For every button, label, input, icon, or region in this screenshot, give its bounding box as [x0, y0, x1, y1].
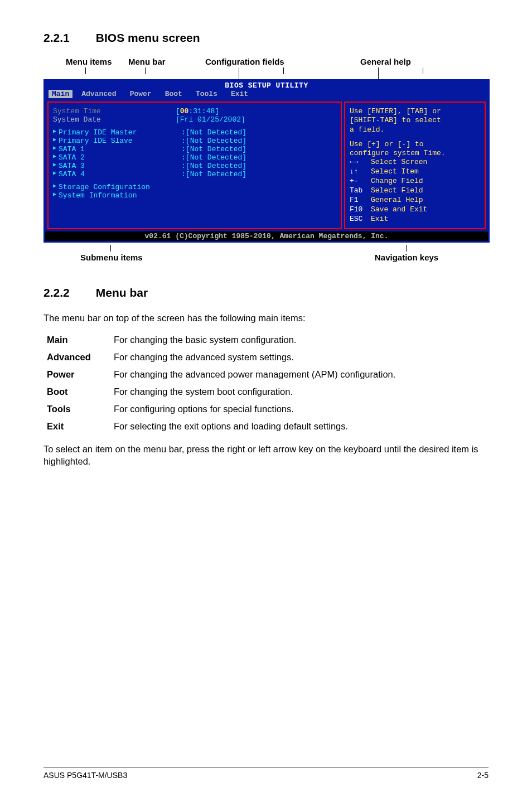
row-system-date[interactable]: System Date [Fri 01/25/2002]: [53, 115, 336, 124]
callout-tick: [145, 67, 146, 74]
nav-label: Exit: [371, 215, 388, 223]
menu-desc: For changing the advanced system setting…: [114, 349, 402, 366]
label: SATA 1: [59, 145, 181, 153]
footer-product: ASUS P5G41T-M/USB3: [43, 771, 127, 780]
label: System Information: [59, 191, 181, 200]
nav-label: General Help: [371, 196, 423, 204]
label: Primary IDE Master: [59, 128, 181, 137]
value: :[Not Detected]: [181, 137, 246, 145]
menu-desc: For configuring options for special func…: [114, 400, 402, 418]
bios-screen: BIOS SETUP UTILITY Main Advanced Power B…: [43, 79, 490, 243]
row-sata-1[interactable]: SATA 1 :[Not Detected]: [53, 145, 336, 153]
time-hh: 00: [180, 107, 189, 115]
row-storage-config[interactable]: Storage Configuration: [53, 183, 336, 191]
menu-name: Tools: [47, 400, 114, 418]
callout-tick: [423, 67, 423, 74]
nav-key: F10: [350, 205, 371, 215]
table-row: ToolsFor configuring options for special…: [47, 400, 402, 418]
nav-keys-block: ←→Select Screen ↓↑Select Item +-Change F…: [350, 158, 480, 224]
bracket-open: [: [176, 107, 180, 115]
label: Storage Configuration: [59, 183, 181, 191]
value-system-date: [Fri 01/25/2002]: [176, 115, 245, 124]
section-heading-222: 2.2.2 Menu bar: [43, 286, 489, 299]
nav-label: Select Item: [371, 167, 419, 176]
nav-label: Select Field: [371, 186, 423, 195]
menu-name: Main: [47, 331, 114, 349]
section-title: Menu bar: [96, 286, 148, 299]
callout-row-top: Menu items Menu bar Configuration fields…: [43, 57, 489, 79]
section-title: BIOS menu screen: [96, 31, 200, 44]
row-primary-ide-master[interactable]: Primary IDE Master :[Not Detected]: [53, 128, 336, 137]
help-line: Use [+] or [-] to: [350, 140, 480, 149]
label: SATA 2: [59, 153, 181, 162]
table-row: MainFor changing the basic system config…: [47, 331, 402, 349]
callout-row-bottom: Submenu items Navigation keys: [43, 245, 489, 273]
callout-config-fields: Configuration fields: [205, 57, 284, 66]
label: SATA 4: [59, 170, 181, 178]
row-system-info[interactable]: System Information: [53, 191, 336, 200]
nav-key: ←→: [350, 158, 371, 167]
table-row: BootFor changing the system boot configu…: [47, 383, 402, 400]
label-system-time: System Time: [53, 107, 176, 115]
help-line: configure system Time.: [350, 149, 480, 158]
help-line: Use [ENTER], [TAB] or: [350, 107, 480, 116]
menu-name: Exit: [47, 418, 114, 435]
section2-outro: To select an item on the menu bar, press…: [43, 443, 489, 468]
callout-menu-bar: Menu bar: [128, 57, 166, 66]
tab-boot[interactable]: Boot: [158, 90, 189, 98]
callout-navigation-keys: Navigation keys: [375, 253, 438, 262]
tab-tools[interactable]: Tools: [189, 90, 224, 98]
callout-general-help: General help: [360, 57, 411, 66]
menu-desc: For changing the system boot configurati…: [114, 383, 402, 400]
callout-tick: [406, 245, 407, 252]
tab-main[interactable]: Main: [49, 90, 72, 98]
value: :[Not Detected]: [181, 128, 246, 137]
table-row: AdvancedFor changing the advanced system…: [47, 349, 402, 366]
value: :[Not Detected]: [181, 145, 246, 153]
time-rest: :31:48]: [188, 107, 219, 115]
nav-key: ESC: [350, 215, 371, 224]
bios-menubar: Main Advanced Power Boot Tools Exit: [45, 90, 488, 99]
menu-description-table: MainFor changing the basic system config…: [47, 331, 402, 435]
tab-power[interactable]: Power: [123, 90, 158, 98]
label: Primary IDE Slave: [59, 137, 181, 145]
menu-name: Power: [47, 366, 114, 383]
row-system-time[interactable]: System Time [00:31:48]: [53, 107, 336, 115]
label: SATA 3: [59, 162, 181, 170]
section2-intro: The menu bar on top of the screen has th…: [43, 312, 489, 324]
callout-tick: [85, 67, 86, 74]
nav-key: Tab: [350, 186, 371, 196]
help-text: Use [ENTER], [TAB] or [SHIFT-TAB] to sel…: [350, 107, 480, 158]
callout-tick: [110, 245, 111, 252]
menu-desc: For changing the advanced power manageme…: [114, 366, 402, 383]
section-number: 2.2.1: [43, 31, 93, 45]
callout-submenu-items: Submenu items: [80, 253, 143, 262]
nav-label: Save and Exit: [371, 205, 427, 214]
bios-main-panel: System Time [00:31:48] System Date [Fri …: [47, 102, 342, 229]
nav-label: Select Screen: [371, 158, 427, 166]
row-sata-3[interactable]: SATA 3 :[Not Detected]: [53, 162, 336, 170]
menu-desc: For changing the basic system configurat…: [114, 331, 402, 349]
callout-menu-items: Menu items: [66, 57, 112, 66]
help-line: a field.: [350, 125, 480, 134]
menu-desc: For selecting the exit options and loadi…: [114, 418, 402, 435]
menu-name: Boot: [47, 383, 114, 400]
section-heading-221: 2.2.1 BIOS menu screen: [43, 31, 489, 45]
value: :[Not Detected]: [181, 170, 246, 178]
bios-help-panel: Use [ENTER], [TAB] or [SHIFT-TAB] to sel…: [344, 102, 486, 229]
value: :[Not Detected]: [181, 153, 246, 162]
table-row: ExitFor selecting the exit options and l…: [47, 418, 402, 435]
footer-page-number: 2-5: [477, 771, 489, 780]
table-row: PowerFor changing the advanced power man…: [47, 366, 402, 383]
row-sata-4[interactable]: SATA 4 :[Not Detected]: [53, 170, 336, 178]
nav-key: ↓↑: [350, 167, 371, 177]
value-system-time: [00:31:48]: [176, 107, 219, 115]
tab-exit[interactable]: Exit: [224, 90, 255, 98]
bios-title: BIOS SETUP UTILITY: [45, 81, 488, 90]
row-primary-ide-slave[interactable]: Primary IDE Slave :[Not Detected]: [53, 137, 336, 145]
bios-copyright: v02.61 (C)Copyright 1985-2010, American …: [45, 231, 488, 241]
label-system-date: System Date: [53, 115, 176, 124]
tab-advanced[interactable]: Advanced: [75, 90, 123, 98]
row-sata-2[interactable]: SATA 2 :[Not Detected]: [53, 153, 336, 162]
value: :[Not Detected]: [181, 162, 246, 170]
